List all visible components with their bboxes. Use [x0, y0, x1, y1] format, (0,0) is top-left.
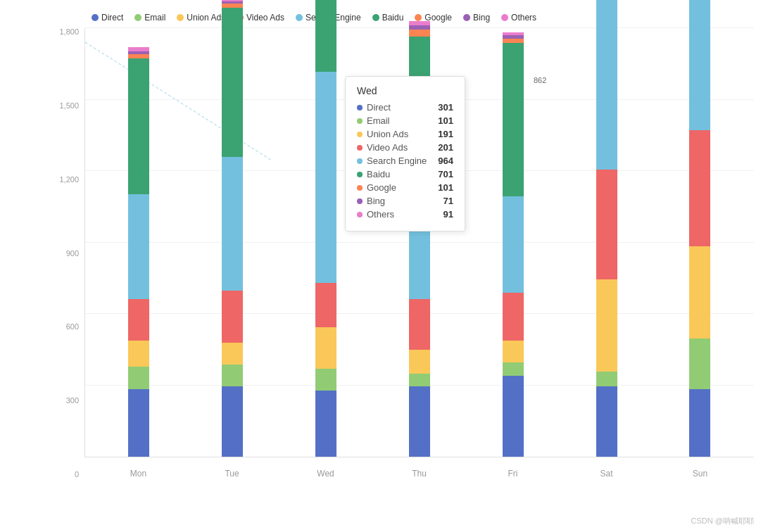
- tooltip-item-label: Email: [367, 115, 390, 126]
- tooltip-item-label: Video Ads: [367, 142, 408, 153]
- bar-segment-unionads: [315, 327, 336, 369]
- tooltip-dot: [357, 212, 363, 217]
- bar-segment-direct: [128, 389, 149, 457]
- legend-label: Video Ads: [246, 13, 284, 23]
- tooltip-left: Direct: [357, 102, 391, 113]
- bar-segment-unionads: [222, 343, 243, 365]
- bar-segment-searchengine: [315, 72, 336, 283]
- bar-segment-email: [222, 365, 243, 386]
- legend-item-others: Others: [501, 13, 536, 23]
- bar-segment-email: [503, 362, 524, 376]
- tooltip-row: Union Ads 191: [357, 129, 453, 139]
- tooltip-item-label: Baidu: [367, 169, 390, 179]
- bar-segment-searchengine: [222, 157, 243, 291]
- bar-segment-unionads: [128, 341, 149, 367]
- legend-dot: [372, 14, 379, 21]
- x-axis-label: Fri: [485, 469, 541, 479]
- y-axis-label: 600: [49, 323, 84, 331]
- day-group-mon: [128, 47, 149, 457]
- bar-segment-unionads: [503, 341, 524, 362]
- bar-segment-videoads: [503, 293, 524, 341]
- x-axis-label: Thu: [391, 469, 448, 479]
- tooltip-row: Search Engine 964: [357, 156, 453, 166]
- x-axis-label: Sat: [579, 469, 635, 479]
- tooltip-title: Wed: [357, 85, 453, 96]
- day-group-fri: [503, 32, 524, 457]
- legend-item-baidu: Baidu: [372, 13, 404, 23]
- tooltip-item-label: Google: [367, 182, 396, 193]
- tooltip-left: Others: [357, 209, 394, 220]
- bar-stack-sat: [596, 0, 617, 457]
- x-axis-label: Wed: [298, 469, 354, 479]
- bar-segment-baidu: [222, 8, 243, 157]
- legend-label: Others: [511, 13, 536, 23]
- legend-label: Baidu: [382, 13, 404, 23]
- tooltip-item-label: Search Engine: [367, 156, 427, 166]
- bar-segment-videoads: [596, 170, 617, 279]
- day-group-sun: [689, 0, 710, 457]
- day-group-tue: [222, 0, 243, 457]
- tooltip-row: Others 91: [357, 209, 453, 220]
- tooltip-item-value: 201: [438, 142, 453, 153]
- tooltip-item-label: Union Ads: [367, 129, 408, 139]
- bar-segment-searchengine: [503, 196, 524, 293]
- legend-item-direct: Direct: [92, 13, 123, 23]
- bar-segment-unionads: [689, 246, 710, 338]
- bar-segment-direct: [689, 389, 710, 457]
- legend: DirectEmailUnion AdsVideo AdsSearch Engi…: [49, 7, 754, 28]
- x-axis-label: Mon: [111, 469, 167, 479]
- chart-container: DirectEmailUnion AdsVideo AdsSearch Engi…: [0, 0, 768, 532]
- legend-label: Union Ads: [187, 13, 225, 23]
- tooltip-row: Email 101: [357, 115, 453, 126]
- bar-segment-direct: [222, 386, 243, 457]
- tooltip-dot: [357, 172, 363, 177]
- tooltip-left: Search Engine: [357, 156, 427, 166]
- y-axis-label: 1,800: [49, 28, 84, 36]
- x-axis-label: Tue: [204, 469, 260, 479]
- bar-stack-fri: [503, 32, 524, 457]
- bar-segment-email: [409, 374, 430, 387]
- legend-dot: [296, 14, 303, 21]
- bar-segment-email: [128, 367, 149, 388]
- tooltip-item-label: Bing: [367, 196, 385, 206]
- tooltip-item-value: 91: [443, 209, 453, 220]
- bar-segment-baidu: [503, 43, 524, 196]
- tooltip-row: Direct 301: [357, 102, 453, 113]
- bar-stack-sun: [689, 0, 710, 457]
- bar-segment-email: [596, 372, 617, 387]
- tooltip-item-value: 701: [438, 169, 453, 179]
- tooltip-item-label: Others: [367, 209, 394, 220]
- legend-item-bing: Bing: [463, 13, 490, 23]
- bar-stack-mon: [128, 47, 149, 457]
- tooltip-dot: [357, 118, 363, 124]
- day-group-sat: [596, 0, 617, 457]
- bar-segment-email: [315, 369, 336, 391]
- legend-dot: [92, 14, 99, 21]
- bar-segment-google: [409, 30, 430, 36]
- y-axis-label: 300: [49, 397, 84, 405]
- tooltip-dot: [357, 132, 363, 137]
- tooltip-item-value: 191: [438, 129, 453, 139]
- tooltip-dot: [357, 105, 363, 110]
- legend-label: Email: [144, 13, 165, 23]
- bar-segment-videoads: [689, 130, 710, 246]
- bar-segment-email: [689, 338, 710, 389]
- tooltip-left: Email: [357, 115, 390, 126]
- day-group-wed: [315, 0, 336, 457]
- peak-label: 862: [534, 76, 546, 84]
- bar-segment-direct: [596, 386, 617, 457]
- tooltip-item-value: 101: [438, 182, 453, 193]
- bar-segment-baidu: [315, 0, 336, 72]
- tooltip-dot: [357, 198, 363, 204]
- tooltip-row: Bing 71: [357, 196, 453, 206]
- x-labels: MonTueWedThuFriSatSun: [84, 469, 754, 479]
- legend-item-union-ads: Union Ads: [177, 13, 225, 23]
- bar-segment-videoads: [128, 299, 149, 341]
- tooltip-dot: [357, 185, 363, 191]
- legend-dot: [501, 14, 508, 21]
- bar-segment-searchengine: [689, 0, 710, 130]
- bar-stack-tue: [222, 0, 243, 457]
- tooltip-row: Baidu 701: [357, 169, 453, 179]
- bar-segment-direct: [315, 391, 336, 457]
- tooltip-item-value: 964: [438, 156, 453, 166]
